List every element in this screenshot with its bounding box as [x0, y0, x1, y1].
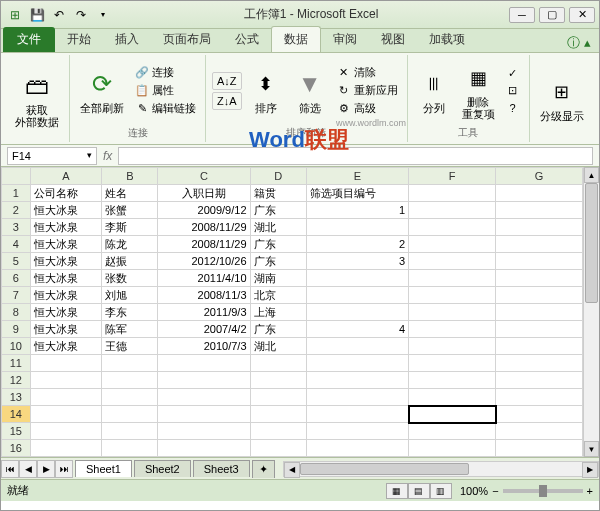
cell[interactable] — [496, 304, 583, 321]
sheet-tab-2[interactable]: Sheet2 — [134, 460, 191, 477]
cell[interactable] — [496, 338, 583, 355]
row-header[interactable]: 6 — [2, 270, 31, 287]
cell[interactable] — [409, 321, 496, 338]
cell[interactable] — [496, 202, 583, 219]
col-header[interactable]: E — [306, 168, 408, 185]
col-header[interactable]: A — [30, 168, 102, 185]
cell[interactable] — [496, 423, 583, 440]
cell[interactable]: 恒大冰泉 — [30, 321, 102, 338]
spreadsheet-grid[interactable]: A B C D E F G 1 公司名称 姓名 入职日期 籍贯 筛选项目编号 2… — [1, 167, 599, 457]
sheet-nav-next[interactable]: ▶ — [37, 460, 55, 478]
cell[interactable]: 广东 — [250, 202, 306, 219]
name-box[interactable]: F14▾ — [7, 147, 97, 165]
cell[interactable] — [158, 423, 250, 440]
scroll-right-button[interactable]: ▶ — [582, 462, 598, 478]
cell[interactable] — [158, 372, 250, 389]
row-header[interactable]: 5 — [2, 253, 31, 270]
cell[interactable]: 恒大冰泉 — [30, 253, 102, 270]
cell[interactable]: 2011/9/3 — [158, 304, 250, 321]
col-header[interactable]: G — [496, 168, 583, 185]
tab-addin[interactable]: 加载项 — [417, 27, 477, 52]
cell[interactable] — [409, 338, 496, 355]
cell[interactable] — [250, 457, 306, 458]
cell[interactable] — [306, 287, 408, 304]
cell[interactable] — [409, 389, 496, 406]
row-header[interactable]: 2 — [2, 202, 31, 219]
qat-dropdown-icon[interactable]: ▾ — [93, 5, 113, 25]
col-header[interactable]: D — [250, 168, 306, 185]
row-header[interactable]: 17 — [2, 457, 31, 458]
consolidate-button[interactable]: ⊡ — [503, 83, 523, 99]
cell[interactable]: 陈龙 — [102, 236, 158, 253]
cell[interactable] — [306, 304, 408, 321]
cell[interactable]: 入职日期 — [158, 185, 250, 202]
cell[interactable]: 恒大冰泉 — [30, 202, 102, 219]
advanced-filter-button[interactable]: ⚙高级 — [334, 100, 401, 117]
tab-layout[interactable]: 页面布局 — [151, 27, 223, 52]
zoom-slider[interactable] — [503, 489, 583, 493]
zoom-in-button[interactable]: + — [587, 485, 593, 497]
cell[interactable] — [158, 355, 250, 372]
get-external-data-button[interactable]: 🗃 获取 外部数据 — [11, 68, 63, 130]
cell[interactable]: 上海 — [250, 304, 306, 321]
cell[interactable] — [409, 236, 496, 253]
cell[interactable]: 2008/11/3 — [158, 287, 250, 304]
tab-file[interactable]: 文件 — [3, 27, 55, 52]
reapply-button[interactable]: ↻重新应用 — [334, 82, 401, 99]
cell[interactable]: 2011/4/10 — [158, 270, 250, 287]
cell[interactable]: 2008/11/29 — [158, 236, 250, 253]
view-pagebreak-button[interactable]: ▥ — [430, 483, 452, 499]
cell[interactable] — [250, 423, 306, 440]
cell[interactable] — [306, 423, 408, 440]
properties-button[interactable]: 📋属性 — [132, 82, 199, 99]
cell[interactable] — [496, 253, 583, 270]
cell[interactable] — [496, 236, 583, 253]
filter-button[interactable]: ▼ 筛选 — [290, 66, 330, 116]
cell[interactable] — [30, 423, 102, 440]
cell[interactable] — [102, 457, 158, 458]
cell[interactable] — [496, 406, 583, 423]
cell[interactable] — [409, 372, 496, 389]
clear-filter-button[interactable]: ✕清除 — [334, 64, 401, 81]
edit-links-button[interactable]: ✎编辑链接 — [132, 100, 199, 117]
cell[interactable] — [409, 185, 496, 202]
undo-icon[interactable]: ↶ — [49, 5, 69, 25]
cell[interactable]: 2007/4/2 — [158, 321, 250, 338]
sheet-tab-3[interactable]: Sheet3 — [193, 460, 250, 477]
cell[interactable] — [409, 287, 496, 304]
cell[interactable] — [102, 440, 158, 457]
zoom-out-button[interactable]: − — [492, 485, 498, 497]
cell[interactable]: 李斯 — [102, 219, 158, 236]
cell[interactable]: 筛选项目编号 — [306, 185, 408, 202]
row-header[interactable]: 12 — [2, 372, 31, 389]
cell[interactable]: 2008/11/29 — [158, 219, 250, 236]
tab-home[interactable]: 开始 — [55, 27, 103, 52]
data-validation-button[interactable]: ✓ — [503, 66, 523, 82]
col-header[interactable]: C — [158, 168, 250, 185]
chevron-down-icon[interactable]: ▾ — [87, 150, 92, 162]
cell[interactable] — [30, 355, 102, 372]
cell[interactable] — [496, 287, 583, 304]
cell[interactable] — [496, 372, 583, 389]
scroll-thumb-h[interactable] — [300, 463, 469, 475]
cell[interactable] — [409, 355, 496, 372]
cell[interactable]: 广东 — [250, 321, 306, 338]
vertical-scrollbar[interactable]: ▲ ▼ — [583, 167, 599, 457]
cell[interactable] — [409, 270, 496, 287]
cell[interactable]: 公司名称 — [30, 185, 102, 202]
scroll-down-button[interactable]: ▼ — [584, 441, 599, 457]
cell[interactable] — [409, 440, 496, 457]
cell[interactable]: 广东 — [250, 253, 306, 270]
cell[interactable]: 恒大冰泉 — [30, 219, 102, 236]
sheet-nav-prev[interactable]: ◀ — [19, 460, 37, 478]
cell[interactable] — [306, 457, 408, 458]
cell[interactable]: 湖北 — [250, 219, 306, 236]
cell[interactable] — [409, 253, 496, 270]
cell[interactable] — [30, 440, 102, 457]
cell[interactable] — [306, 270, 408, 287]
cell[interactable]: 姓名 — [102, 185, 158, 202]
cell[interactable] — [409, 202, 496, 219]
sheet-tab-1[interactable]: Sheet1 — [75, 460, 132, 477]
cell[interactable] — [102, 389, 158, 406]
cell[interactable]: 湖北 — [250, 338, 306, 355]
